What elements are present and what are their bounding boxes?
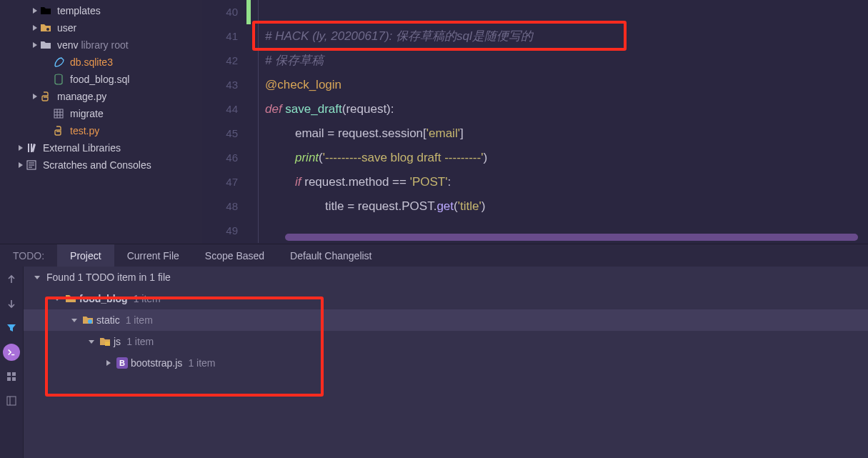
tree-scratches[interactable]: Scratches and Consoles — [0, 156, 202, 174]
folder-special-icon — [40, 22, 51, 34]
chevron-right-icon — [30, 91, 40, 101]
result-static[interactable]: static 1 item — [24, 309, 868, 331]
chevron-down-icon — [86, 337, 96, 347]
tab-default-changelist[interactable]: Default Changelist — [277, 244, 384, 267]
chevron-down-icon — [52, 294, 62, 304]
svg-rect-6 — [12, 377, 16, 381]
svg-point-8 — [88, 319, 92, 324]
scratch-icon — [26, 159, 37, 171]
code-content[interactable]: # HACK (ly, 20200617): 保存草稿的sql是随便写的 # 保… — [258, 0, 868, 244]
svg-rect-4 — [12, 372, 16, 376]
layout-icon[interactable] — [3, 392, 20, 409]
tree-label: templates — [54, 5, 101, 16]
tree-venv[interactable]: venv library root — [0, 36, 202, 54]
result-js[interactable]: js 1 item — [24, 331, 868, 352]
tree-templates[interactable]: templates — [0, 2, 202, 19]
library-icon — [26, 142, 37, 154]
tree-label: test.py — [67, 125, 99, 136]
line-gutter: 404142 434445 464748 49 — [202, 0, 258, 244]
code-editor[interactable]: 404142 434445 464748 49 # HACK (ly, 2020… — [202, 0, 868, 244]
svg-rect-5 — [7, 377, 11, 381]
grid-icon — [53, 108, 64, 119]
todo-toolbar — [0, 267, 23, 458]
chevron-right-icon — [30, 23, 40, 33]
tree-migrate[interactable]: migrate — [0, 105, 202, 122]
tree-label: venv library root — [54, 39, 129, 51]
folder-library-icon — [40, 39, 51, 51]
svg-point-0 — [46, 28, 49, 31]
chevron-right-icon — [30, 40, 40, 50]
tab-project[interactable]: Project — [57, 244, 114, 267]
database-icon — [53, 74, 64, 85]
chevron-right-icon — [104, 358, 114, 368]
svg-rect-3 — [7, 372, 11, 376]
tree-label: migrate — [67, 108, 104, 119]
folder-icon — [40, 5, 51, 16]
tab-scope-based[interactable]: Scope Based — [192, 244, 277, 267]
tree-label: user — [54, 22, 76, 34]
folder-icon — [65, 293, 76, 304]
svg-rect-9 — [105, 342, 110, 346]
svg-rect-7 — [7, 397, 16, 405]
tree-external-libraries[interactable]: External Libraries — [0, 139, 202, 156]
tree-label: db.sqlite3 — [67, 56, 113, 68]
tab-current-file[interactable]: Current File — [114, 244, 192, 267]
terminal-icon[interactable] — [3, 344, 20, 361]
tree-test[interactable]: test.py — [0, 122, 202, 139]
python-icon — [53, 125, 64, 136]
tree-user[interactable]: user — [0, 19, 202, 36]
result-food-blog[interactable]: food_blog 1 item — [24, 288, 868, 309]
project-tree[interactable]: templates user venv library root db.sqli… — [0, 0, 202, 244]
filter-icon[interactable] — [3, 319, 20, 337]
svg-text:B: B — [119, 359, 125, 367]
tree-manage[interactable]: manage.py — [0, 88, 202, 105]
change-marker — [246, 0, 251, 24]
tree-label: food_blog.sql — [67, 74, 129, 85]
tree-sql[interactable]: food_blog.sql — [0, 71, 202, 88]
folder-web-icon — [82, 314, 94, 326]
bootstrap-icon: B — [116, 357, 128, 369]
down-arrow-icon[interactable] — [3, 295, 20, 312]
tree-label: Scratches and Consoles — [40, 159, 151, 171]
chevron-down-icon — [69, 315, 79, 325]
tree-db[interactable]: db.sqlite3 — [0, 54, 202, 71]
svg-rect-1 — [54, 109, 63, 118]
results-summary[interactable]: Found 1 TODO item in 1 file — [24, 267, 868, 288]
tree-label: manage.py — [54, 91, 106, 102]
chevron-right-icon — [30, 6, 40, 16]
tree-label: External Libraries — [40, 142, 121, 154]
todo-panel: TODO: Project Current File Scope Based D… — [0, 244, 868, 458]
horizontal-scrollbar[interactable] — [285, 234, 858, 241]
todo-tabs: TODO: Project Current File Scope Based D… — [0, 244, 868, 267]
folder-js-icon — [99, 336, 111, 347]
python-icon — [40, 91, 51, 102]
chevron-down-icon — [32, 272, 42, 282]
todo-results[interactable]: Found 1 TODO item in 1 file food_blog 1 … — [23, 267, 868, 458]
feather-icon — [53, 56, 64, 68]
chevron-right-icon — [16, 160, 26, 170]
result-bootstrap[interactable]: B bootstrap.js 1 item — [24, 352, 868, 374]
todo-label: TODO: — [0, 244, 57, 267]
up-arrow-icon[interactable] — [3, 271, 20, 288]
chevron-right-icon — [16, 143, 26, 153]
grid-icon[interactable] — [3, 368, 20, 385]
